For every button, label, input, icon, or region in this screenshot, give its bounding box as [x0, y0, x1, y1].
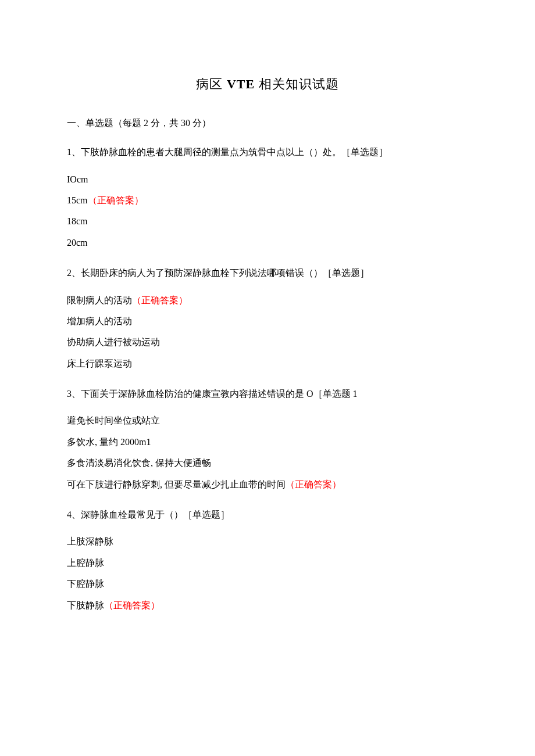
option: 上腔静脉	[67, 557, 468, 569]
option: 限制病人的活动（正确答案）	[67, 294, 468, 307]
option: IOcm	[67, 173, 468, 186]
page-title: 病区 VTE 相关知识试题	[67, 76, 468, 94]
option: 多饮水, 量约 2000m1	[67, 436, 468, 449]
option-text: 避免长时间坐位或站立	[67, 415, 160, 425]
correct-answer-label: （正确答案）	[104, 600, 160, 610]
option: 15cm（正确答案）	[67, 194, 468, 207]
question-text: 4、深静脉血栓最常见于（）［单选题］	[67, 508, 468, 521]
option-text: 上肢深静脉	[67, 536, 113, 546]
option-text: 上腔静脉	[67, 558, 104, 568]
correct-answer-label: （正确答案）	[286, 479, 341, 489]
option-text: 多饮水, 量约 2000m1	[67, 437, 151, 447]
option: 下肢静脉（正确答案）	[67, 599, 468, 612]
title-bold: VTE	[227, 77, 255, 91]
correct-answer-label: （正确答案）	[132, 295, 188, 305]
question-block: 1、下肢静脉血栓的患者大腿周径的测量点为筑骨中点以上（）处。［单选题］IOcm1…	[67, 146, 468, 249]
option-text: 限制病人的活动	[67, 295, 132, 305]
option-text: 18cm	[67, 216, 88, 226]
question-text: 1、下肢静脉血栓的患者大腿周径的测量点为筑骨中点以上（）处。［单选题］	[67, 146, 468, 159]
option-text: IOcm	[67, 174, 88, 184]
option: 上肢深静脉	[67, 535, 468, 548]
question-block: 3、下面关于深静脉血栓防治的健康宣教内容描述错误的是 O［单选题 1避免长时间坐…	[67, 388, 468, 491]
option-text: 多食清淡易消化饮食, 保持大便通畅	[67, 458, 211, 468]
option-text: 协助病人进行被动运动	[67, 337, 160, 347]
option: 避免长时间坐位或站立	[67, 414, 468, 427]
question-text: 2、长期卧床的病人为了预防深静脉血栓下列说法哪项错误（）［单选题］	[67, 267, 468, 280]
option: 18cm	[67, 215, 468, 228]
option: 增加病人的活动	[67, 315, 468, 328]
question-block: 4、深静脉血栓最常见于（）［单选题］上肢深静脉上腔静脉下腔静脉下肢静脉（正确答案…	[67, 508, 468, 612]
option-text: 下腔静脉	[67, 579, 104, 589]
correct-answer-label: （正确答案）	[88, 195, 144, 205]
option-text: 可在下肢进行静脉穿刺, 但要尽量减少扎止血带的时间	[67, 479, 286, 489]
option-text: 增加病人的活动	[67, 316, 132, 326]
questions-container: 1、下肢静脉血栓的患者大腿周径的测量点为筑骨中点以上（）处。［单选题］IOcm1…	[67, 146, 468, 612]
title-suffix: 相关知识试题	[255, 77, 339, 91]
question-block: 2、长期卧床的病人为了预防深静脉血栓下列说法哪项错误（）［单选题］限制病人的活动…	[67, 267, 468, 370]
option-text: 下肢静脉	[67, 600, 104, 610]
option-text: 20cm	[67, 238, 88, 248]
title-prefix: 病区	[196, 77, 227, 91]
question-text: 3、下面关于深静脉血栓防治的健康宣教内容描述错误的是 O［单选题 1	[67, 388, 468, 400]
section-header: 一、单选题（每题 2 分，共 30 分）	[67, 117, 468, 130]
option: 协助病人进行被动运动	[67, 336, 468, 349]
option: 床上行踝泵运动	[67, 357, 468, 370]
option: 下腔静脉	[67, 578, 468, 590]
option-text: 15cm	[67, 195, 88, 205]
option: 可在下肢进行静脉穿刺, 但要尽量减少扎止血带的时间（正确答案）	[67, 478, 468, 491]
option: 多食清淡易消化饮食, 保持大便通畅	[67, 457, 468, 470]
option: 20cm	[67, 237, 468, 249]
option-text: 床上行踝泵运动	[67, 359, 132, 368]
